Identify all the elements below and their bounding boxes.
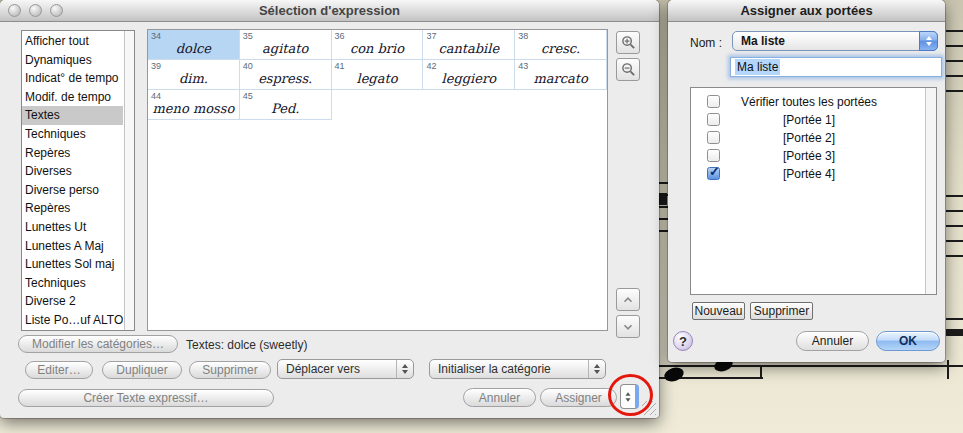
- category-item[interactable]: Indicat° de tempo: [22, 69, 123, 88]
- stave-row[interactable]: Vérifier toutes les portées: [691, 93, 927, 111]
- stave-label: [Portée 2]: [691, 129, 927, 147]
- expression-cell[interactable]: 40espress.: [240, 60, 332, 90]
- assign-button[interactable]: Assigner: [540, 388, 617, 407]
- popup-arrows-icon: [919, 31, 938, 51]
- category-item[interactable]: Dynamiques: [22, 51, 123, 70]
- expression-stepper-button[interactable]: [620, 384, 639, 409]
- cell-text: leggiero: [423, 71, 514, 86]
- cell-text: con brio: [332, 41, 423, 56]
- expression-cell[interactable]: 42leggiero: [423, 60, 515, 90]
- stave-row[interactable]: [Portée 4]: [691, 165, 927, 183]
- expression-cell[interactable]: 35agitato: [240, 30, 332, 60]
- cell-text: cresc.: [515, 41, 606, 56]
- category-item[interactable]: Liste Po…uf ALTO: [22, 311, 123, 330]
- zoom-out-button[interactable]: [616, 58, 640, 81]
- checkbox[interactable]: [707, 167, 720, 180]
- cell-text: Ped.: [240, 101, 331, 116]
- cell-text: legato: [332, 71, 423, 86]
- staff-line: [946, 255, 963, 257]
- category-item[interactable]: Diverses: [22, 162, 123, 181]
- category-list-scrollbar[interactable]: [124, 31, 134, 330]
- stepper-down-icon: [625, 398, 630, 401]
- move-to-popup[interactable]: Déplacer vers: [277, 359, 414, 379]
- checkbox[interactable]: [707, 149, 720, 162]
- status-text: Textes: dolce (sweetly): [186, 338, 307, 352]
- list-name-input[interactable]: Ma liste: [730, 57, 942, 77]
- duplicate-button[interactable]: Dupliquer: [102, 361, 182, 379]
- expression-cell[interactable]: 39dim.: [148, 60, 240, 90]
- cancel-button[interactable]: Annuler: [796, 331, 869, 351]
- expression-cell[interactable]: 34dolce: [148, 30, 240, 60]
- cell-text: cantabile: [423, 41, 514, 56]
- expression-cell[interactable]: 37cantabile: [423, 30, 515, 60]
- stave-row[interactable]: [Portée 3]: [691, 147, 927, 165]
- staff-line: [946, 318, 963, 320]
- stepper-up-icon: [625, 392, 630, 395]
- staff-line: [946, 75, 963, 77]
- checkbox[interactable]: [707, 113, 720, 126]
- delete-button[interactable]: Supprimer: [189, 361, 271, 379]
- category-item[interactable]: Textes: [22, 106, 123, 125]
- stave-row[interactable]: [Portée 2]: [691, 129, 927, 147]
- init-category-popup[interactable]: Initialiser la catégorie: [429, 359, 606, 379]
- cancel-button[interactable]: Annuler: [463, 388, 536, 407]
- checkbox[interactable]: [707, 95, 720, 108]
- expression-cell[interactable]: 44meno mosso: [148, 90, 240, 120]
- chevron-up-icon: [621, 293, 635, 307]
- stave-row[interactable]: [Portée 1]: [691, 111, 927, 129]
- cell-text: agitato: [240, 41, 331, 56]
- category-item[interactable]: Repères: [22, 144, 123, 163]
- create-expressive-text-button[interactable]: Créer Texte expressif…: [18, 389, 274, 407]
- list-name-popup-value: Ma liste: [741, 34, 785, 48]
- title-bar[interactable]: Assigner aux portées: [668, 0, 945, 22]
- expression-cell[interactable]: 43marcato: [515, 60, 607, 90]
- scroll-up-button[interactable]: [616, 288, 640, 311]
- question-mark-icon: ?: [679, 334, 687, 349]
- category-item[interactable]: Lunettes Sol maj: [22, 255, 123, 274]
- category-item[interactable]: Modif. de tempo: [22, 88, 123, 107]
- category-item[interactable]: Lunettes Ut: [22, 218, 123, 237]
- staves-list-scrollbar[interactable]: [925, 88, 936, 294]
- cell-number: 44: [151, 91, 161, 101]
- ok-button[interactable]: OK: [876, 331, 940, 351]
- staff-line: [946, 225, 963, 227]
- expression-cell[interactable]: 41legato: [332, 60, 424, 90]
- title-bar[interactable]: Sélection d'expression: [0, 0, 659, 22]
- cell-number: 36: [335, 31, 345, 41]
- stave-label: [Portée 3]: [691, 147, 927, 165]
- edit-button[interactable]: Editer…: [25, 361, 93, 379]
- cell-number: 34: [151, 31, 161, 41]
- modify-categories-button[interactable]: Modifier les catégories…: [18, 335, 178, 353]
- chevron-down-icon: [621, 320, 635, 334]
- checkbox[interactable]: [707, 131, 720, 144]
- delete-list-button[interactable]: Supprimer: [750, 302, 813, 320]
- stave-label: [Portée 4]: [691, 165, 927, 183]
- expression-cell[interactable]: 45Ped.: [240, 90, 332, 120]
- window-title: Sélection d'expression: [0, 3, 659, 18]
- category-item[interactable]: Diverse 2: [22, 292, 123, 311]
- cell-number: 35: [243, 31, 253, 41]
- staff-line: [946, 210, 963, 212]
- zoom-in-button[interactable]: [616, 31, 640, 54]
- category-item[interactable]: Afficher tout: [22, 32, 123, 51]
- zoom-out-icon: [621, 62, 636, 77]
- cell-text: dim.: [148, 71, 239, 86]
- list-name-popup[interactable]: Ma liste: [732, 31, 938, 51]
- stave-label: [Portée 1]: [691, 111, 927, 129]
- cell-number: 45: [243, 91, 253, 101]
- category-item[interactable]: Diverse perso: [22, 181, 123, 200]
- expression-cell[interactable]: 36con brio: [332, 30, 424, 60]
- category-item[interactable]: Techniques: [22, 125, 123, 144]
- staff-line: [946, 30, 963, 32]
- scroll-down-button[interactable]: [616, 315, 640, 338]
- category-item[interactable]: Lunettes A Maj: [22, 237, 123, 256]
- resize-grip[interactable]: [642, 401, 656, 415]
- new-button[interactable]: Nouveau: [692, 302, 745, 320]
- help-button[interactable]: ?: [673, 331, 693, 351]
- category-item[interactable]: Techniques: [22, 274, 123, 293]
- init-category-popup-value: Initialiser la catégorie: [438, 362, 551, 376]
- barline: [760, 365, 762, 379]
- category-item[interactable]: Repères: [22, 199, 123, 218]
- expression-cell[interactable]: 38cresc.: [515, 30, 607, 60]
- cell-number: 41: [335, 61, 345, 71]
